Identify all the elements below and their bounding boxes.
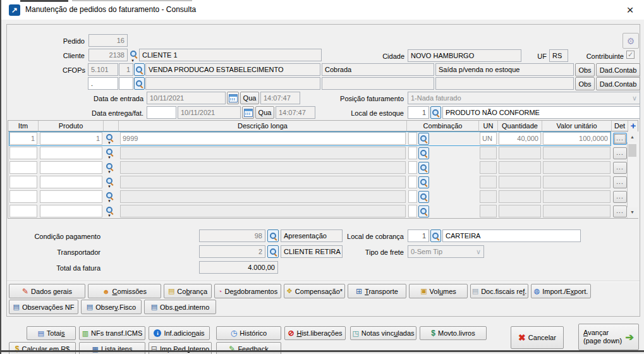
grid-produto-cell[interactable] [40,147,102,159]
button-calcular-em-r[interactable]: $Calcular em R$ [9,342,76,354]
calendar-button[interactable] [242,106,254,119]
scrollbar-thumb[interactable] [628,144,636,157]
grid-qtd-cell[interactable] [499,161,541,174]
grid-produto-cell[interactable] [40,176,102,188]
button-obs-ped-interno[interactable]: ▤Obs.ped.interno [144,300,216,314]
cfop-seq-field[interactable]: 1 [119,63,133,76]
button-hist-libera-es[interactable]: ⊘Hist.liberações [284,326,346,340]
grid-qtd-cell[interactable] [499,147,541,159]
grid-comb-cell[interactable] [408,147,417,159]
cfop-search-button[interactable] [134,63,145,76]
cfop-search-button[interactable] [134,77,145,90]
button-observ-fisco[interactable]: ▤Observ.Fisco [81,300,142,314]
button-notas-vinculadas[interactable]: ◳Notas vinculadas [350,326,416,340]
grid-produto-cell[interactable] [40,161,102,174]
condicao-search-button[interactable] [267,229,279,242]
local-estoque-search-button[interactable] [430,106,441,119]
button-observa-es-nf[interactable]: ▤Observações NF [9,300,78,314]
contribuinte-checkbox[interactable]: ✓ [626,51,635,59]
comb-search-button[interactable] [418,133,429,145]
cfop-seq-field[interactable] [119,77,133,90]
grid-itm-cell[interactable]: 1 [9,132,37,145]
grid-comb-cell[interactable] [408,176,417,188]
detail-button[interactable]: ... [613,147,627,159]
button-hist-rico[interactable]: ◷Histórico [216,326,281,340]
search-icon[interactable] [130,50,138,58]
grid-produto-cell[interactable] [40,205,102,217]
chevron-down-icon[interactable]: ▼ [131,59,135,63]
button-import-export[interactable]: ◍Import./Export. [531,284,591,298]
button-transporte[interactable]: ⊞Transporte [348,284,406,298]
grid-qtd-cell[interactable] [499,190,541,203]
grid-desc-cell[interactable] [120,176,406,188]
grid-desc-cell[interactable] [120,147,406,159]
detail-button[interactable]: ... [613,191,627,203]
button-totais[interactable]: ▤Totais [27,326,76,340]
comb-search-button[interactable] [418,147,429,159]
button-desdobramentos[interactable]: ◔Desdobramentos [214,284,281,298]
comb-search-button[interactable] [418,205,429,217]
hora-entrada-field[interactable]: 14:07:47 [260,92,300,104]
button-imp-ped-interno[interactable]: ⊟Imp.Ped.Interno [149,342,212,354]
grid-valor-cell[interactable] [543,205,611,217]
grid-comb-cell[interactable] [408,205,417,217]
button-feedback[interactable]: ✎Feedback [216,342,281,354]
grid-qtd-cell[interactable] [499,205,541,217]
add-row-button[interactable]: + [628,121,638,131]
hora-entrega-field[interactable]: 14:07:47 [276,106,315,119]
detail-button[interactable]: ... [613,176,627,188]
grid-valor-cell[interactable]: 100,0000 [543,132,611,145]
button-comiss-es[interactable]: ☻Comissões [88,284,161,298]
grid-desc-cell[interactable] [120,161,406,174]
detail-button[interactable]: ... [613,162,627,174]
data-entrega-field[interactable]: 10/11/2021 [178,106,241,119]
scroll-up-icon[interactable]: ▲ [627,132,638,142]
grid-valor-cell[interactable] [543,176,611,188]
detail-button[interactable]: ... [613,205,627,217]
dad-contab-button[interactable]: Dad.Contab [596,63,640,76]
cfop-code-field[interactable]: . [88,77,118,90]
grid-itm-cell[interactable] [9,190,37,203]
button-compensa-o[interactable]: ❖Compensação* [284,284,345,298]
button-movto-livros[interactable]: $Movto.livros [420,326,487,340]
settings-button[interactable]: ⚙ [623,33,639,49]
grid-comb-cell[interactable] [408,161,417,174]
transportador-search-button[interactable] [267,245,279,258]
chevron-down-icon[interactable]: ▼ [107,214,111,217]
scroll-down-icon[interactable]: ▼ [627,207,638,217]
chevron-down-icon[interactable]: ▼ [107,200,111,203]
grid-itm-cell[interactable] [9,161,37,174]
cancel-button[interactable]: ✖ Cancelar [511,326,564,349]
transportador-code-field[interactable]: 2 [199,245,265,258]
grid-valor-cell[interactable] [543,190,611,203]
button-nfs-transf-icms[interactable]: ▥NFs transf.ICMS [79,326,145,340]
chevron-down-icon[interactable]: ▼ [107,142,111,145]
grid-desc-cell[interactable] [120,205,406,217]
chevron-down-icon[interactable]: ▼ [107,156,111,159]
detail-button[interactable]: ... [613,133,627,145]
button-volumes[interactable]: ▣Volumes [409,284,468,298]
grid-desc-cell[interactable] [120,190,406,203]
calendar-button[interactable] [227,92,239,104]
grid-qtd-cell[interactable] [499,176,541,188]
button-cobran-a[interactable]: ▤Cobrança [164,284,212,298]
local-cobranca-code-field[interactable]: 1 [408,229,429,242]
button-dados-gerais[interactable]: ✎Dados gerais [9,284,85,298]
advance-button[interactable]: Avançar(page down) ➔ [578,324,639,350]
chevron-down-icon[interactable]: ▼ [107,185,111,188]
grid-itm-cell[interactable] [9,205,37,217]
grid-valor-cell[interactable] [543,161,611,174]
grid-desc-cell[interactable]: 9999 [120,132,406,145]
button-lista-itens[interactable]: ▦Lista itens [79,342,145,354]
data-entrada-field[interactable]: 10/11/2021 [147,92,226,104]
comb-search-button[interactable] [418,176,429,188]
obs-button[interactable]: Obs [575,63,595,76]
grid-comb-cell[interactable] [408,132,417,145]
grid-comb-cell[interactable] [408,190,417,203]
comb-search-button[interactable] [418,162,429,174]
obs-button[interactable]: Obs [575,77,595,90]
local-estoque-code-field[interactable]: 1 [408,106,429,119]
local-cobranca-search-button[interactable] [430,229,441,242]
grid-valor-cell[interactable] [543,147,611,159]
cfop-code-field[interactable]: 5.101 [88,63,118,76]
